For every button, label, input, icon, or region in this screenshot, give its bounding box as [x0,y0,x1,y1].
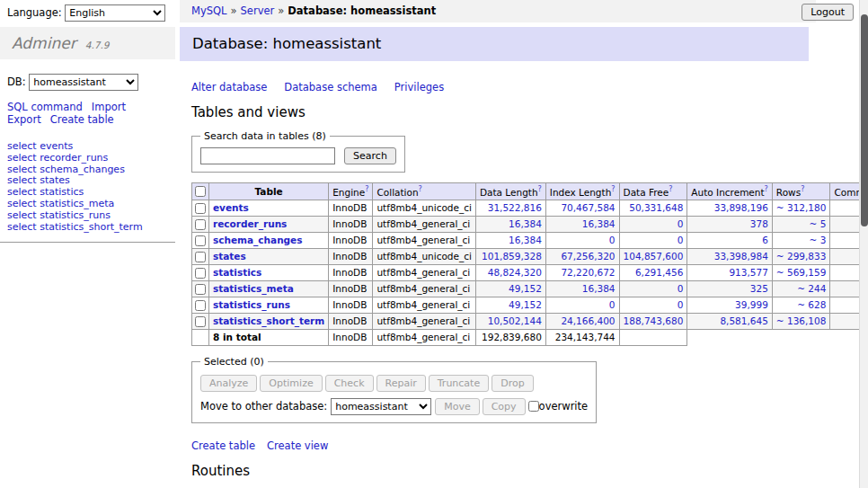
selected-legend: Selected (0) [200,356,268,368]
doc-help-link[interactable]: ? [669,185,672,193]
data_free-link[interactable]: 0 [678,283,684,294]
data_free-link[interactable]: 188,743,680 [624,315,684,326]
nav-link-database-schema[interactable]: Database schema [284,81,376,93]
data_length-link[interactable]: 49,152 [509,299,542,310]
nav-link-privileges[interactable]: Privileges [394,81,444,93]
row-checkbox[interactable] [195,203,206,214]
breadcrumb-link-mysql[interactable]: MySQL [191,4,227,17]
data_length-link[interactable]: 16,384 [509,235,542,245]
data_length-link[interactable]: 49,152 [509,283,542,294]
table-name-link[interactable]: statistics_short_term [213,315,324,326]
sidebar-link-export[interactable]: Export [7,113,41,126]
index_length-link[interactable]: 16,384 [582,283,616,294]
rows-link[interactable]: ~ 136,108 [776,315,827,326]
row-checkbox[interactable] [195,252,206,262]
data_free-cell: 0 [619,297,687,313]
breadcrumb-link-server[interactable]: Server [241,4,275,17]
data_free-link[interactable]: 6,291,456 [635,267,683,278]
language-select[interactable]: English [65,4,165,22]
rows-link[interactable]: ~ 312,180 [776,202,827,213]
rows-link[interactable]: ~ 569,159 [776,267,827,278]
scrollbar-track[interactable] [859,0,868,488]
row-checkbox[interactable] [195,316,206,327]
logout-button[interactable]: Logout [802,4,854,21]
row-checkbox[interactable] [195,300,206,311]
table-name-link[interactable]: states [213,251,246,262]
index_length-link[interactable]: 0 [609,299,616,310]
data_length-link[interactable]: 10,502,144 [488,315,542,326]
overwrite-label[interactable]: overwrite [539,400,589,413]
table-name-link[interactable]: statistics [213,267,261,278]
row-checkbox[interactable] [195,219,206,230]
index_length-link[interactable]: 16,384 [582,218,616,229]
table-name-link[interactable]: statistics_meta [213,283,294,294]
sidebar-link-import[interactable]: Import [92,101,126,113]
data_length-link[interactable]: 101,859,328 [482,251,542,262]
rows-link[interactable]: ~ 628 [797,299,826,310]
row-checkbox[interactable] [195,268,206,279]
index_length-link[interactable]: 24,166,400 [561,315,615,326]
auto_increment-link[interactable]: 33,398,984 [714,251,768,262]
app-version: 4.7.9 [85,40,110,50]
move-button[interactable]: Move [435,398,480,415]
index_length-link[interactable]: 70,467,584 [561,202,615,213]
nav-link-alter-database[interactable]: Alter database [191,81,267,93]
drop-button[interactable]: Drop [492,375,533,392]
sidebar-link-create-table[interactable]: Create table [50,113,114,126]
rows-link[interactable]: ~ 3 [810,235,827,245]
table-name-link[interactable]: schema_changes [213,235,303,245]
doc-help-link[interactable]: ? [538,185,542,193]
analyze-button[interactable]: Analyze [200,375,257,392]
auto_increment-link[interactable]: 8,581,645 [720,315,767,326]
move-db-select[interactable]: homeassistant [331,398,431,415]
auto_increment-link[interactable]: 39,999 [735,299,768,310]
rows-link[interactable]: ~ 244 [797,283,826,294]
row-checkbox[interactable] [195,235,206,246]
doc-help-link[interactable]: ? [419,185,422,193]
auto_increment-link[interactable]: 378 [750,218,768,229]
scrollbar-thumb[interactable] [861,14,868,226]
data_length-link[interactable]: 48,824,320 [488,267,542,278]
copy-button[interactable]: Copy [483,398,526,415]
overwrite-checkbox[interactable] [528,401,539,412]
select-all-checkbox[interactable] [195,186,206,197]
optimize-button[interactable]: Optimize [260,375,322,392]
doc-help-link[interactable]: ? [765,185,768,193]
row-checkbox[interactable] [195,284,206,295]
link-create-view[interactable]: Create view [267,439,328,452]
doc-help-link[interactable]: ? [365,185,368,193]
sidebar-link-sql-command[interactable]: SQL command [7,101,83,113]
auto_increment-link[interactable]: 33,898,196 [714,202,768,213]
rows-link[interactable]: ~ 299,833 [776,251,827,262]
rows-link[interactable]: ~ 5 [810,218,827,229]
auto_increment-link[interactable]: 6 [762,235,768,245]
doc-help-link[interactable]: ? [801,185,804,193]
auto_increment-link[interactable]: 325 [750,283,768,294]
index_length-link[interactable]: 0 [609,235,616,245]
db-select[interactable]: homeassistant [29,74,138,91]
data_free-link[interactable]: 0 [678,299,684,310]
doc-help-link[interactable]: ? [611,185,615,193]
truncate-button[interactable]: Truncate [429,375,489,392]
table-name-link[interactable]: recorder_runs [213,218,287,229]
repair-button[interactable]: Repair [376,375,426,392]
index_length-link[interactable]: 72,220,672 [561,267,615,278]
search-button[interactable]: Search [344,147,396,164]
data_free-link[interactable]: 50,331,648 [629,202,683,213]
data_length-link[interactable]: 16,384 [509,218,542,229]
data_free-link[interactable]: 0 [678,218,684,229]
table-name-link[interactable]: statistics_runs [213,299,290,310]
auto_increment-link[interactable]: 913,577 [729,267,767,278]
sidebar-item-select-events[interactable]: select events [7,141,175,153]
table-name-link[interactable]: events [213,202,249,213]
sidebar-item-select-statistics-short-term[interactable]: select statistics_short_term [7,222,175,234]
sidebar-item-select-recorder-runs[interactable]: select recorder_runs [7,153,175,164]
search-input[interactable] [200,147,335,164]
link-create-table[interactable]: Create table [191,439,255,452]
index_length-link[interactable]: 67,256,320 [561,251,615,262]
data_length-link[interactable]: 31,522,816 [488,202,542,213]
data_free-link[interactable]: 104,857,600 [624,251,684,262]
data_free-link[interactable]: 0 [678,235,684,245]
table-name-cell: statistics_short_term [209,313,329,329]
check-button[interactable]: Check [325,375,374,392]
